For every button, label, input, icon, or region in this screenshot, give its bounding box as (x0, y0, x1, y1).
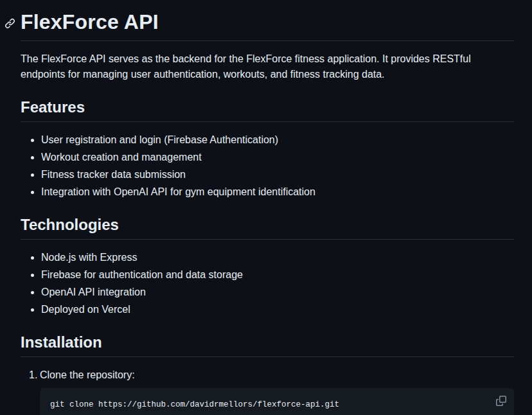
features-list: User registration and login (Firebase Au… (21, 132, 514, 200)
step-number: 1. (29, 367, 37, 383)
technologies-list: Node.js with Express Firebase for authen… (21, 250, 514, 317)
code-block: git clone https://github.com/davidrmello… (40, 388, 514, 415)
page-title: FlexForce API (21, 10, 159, 33)
list-item: Firebase for authentication and data sto… (41, 267, 514, 283)
link-icon[interactable] (4, 17, 15, 29)
readme-document: FlexForce API The FlexForce API serves a… (0, 0, 532, 415)
page-title-heading: FlexForce API (21, 9, 514, 41)
list-item: Integration with OpenAI API for gym equi… (41, 184, 514, 200)
section-heading-features: Features (21, 98, 514, 122)
section-heading-installation: Installation (21, 333, 514, 357)
list-item: Deployed on Vercel (41, 302, 514, 317)
list-item: Fitness tracker data submission (41, 167, 514, 182)
list-item: Workout creation and management (41, 150, 514, 165)
install-step: 1. Clone the repository: git clone https… (40, 367, 514, 415)
installation-steps: 1. Clone the repository: git clone https… (21, 367, 514, 415)
copy-icon (496, 396, 506, 406)
section-heading-technologies: Technologies (21, 215, 514, 240)
code-text: git clone https://github.com/davidrmello… (50, 400, 339, 409)
list-item: OpenAI API integration (41, 285, 514, 300)
step-label: Clone the repository: (40, 369, 135, 380)
list-item: User registration and login (Firebase Au… (41, 132, 514, 148)
code-pre: git clone https://github.com/davidrmello… (50, 396, 504, 411)
intro-paragraph: The FlexForce API serves as the backend … (21, 51, 511, 82)
list-item: Node.js with Express (41, 250, 514, 265)
copy-button[interactable] (492, 392, 510, 410)
